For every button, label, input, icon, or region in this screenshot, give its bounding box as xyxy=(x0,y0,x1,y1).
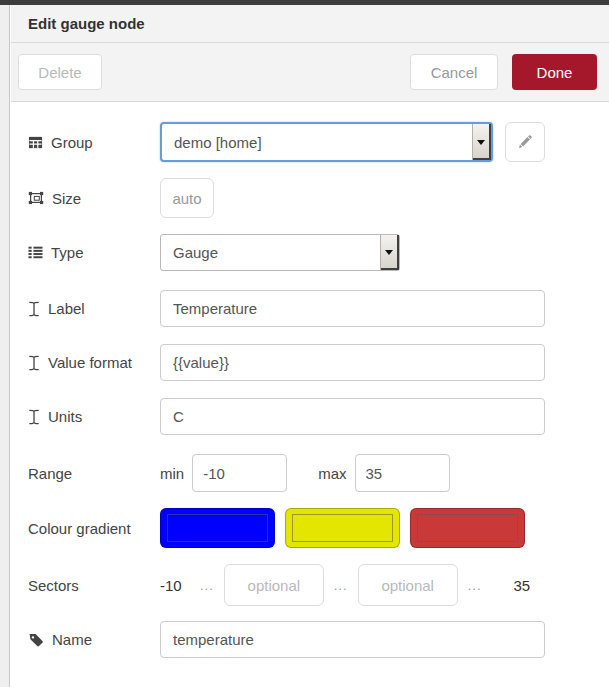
value-format-label-text: Value format xyxy=(48,354,132,371)
sectors-start-value: -10 xyxy=(160,577,190,594)
dialog-title: Edit gauge node xyxy=(28,15,145,32)
edit-gauge-dialog: Edit gauge node Delete Cancel Done Group… xyxy=(11,5,609,687)
label-input[interactable] xyxy=(160,290,545,327)
name-label-text: Name xyxy=(52,631,92,648)
gradient-swatch-high[interactable] xyxy=(410,508,525,548)
type-label-text: Type xyxy=(51,244,84,261)
list-icon xyxy=(28,245,43,260)
workspace-edge xyxy=(0,0,10,687)
group-select-value: demo [home] xyxy=(174,134,262,151)
range-max-input[interactable] xyxy=(355,454,450,492)
toolbar-right-group: Cancel Done xyxy=(410,54,597,90)
sectors-dots: ... xyxy=(334,578,348,593)
type-select-arrow[interactable] xyxy=(380,235,399,270)
units-input[interactable] xyxy=(160,398,545,435)
object-group-icon xyxy=(28,190,44,206)
range-row: Range min max xyxy=(28,454,609,492)
table-icon xyxy=(28,135,43,150)
sectors-dots: ... xyxy=(468,578,482,593)
type-select-value: Gauge xyxy=(173,244,218,261)
size-auto-button[interactable]: auto xyxy=(160,178,214,218)
range-min-input[interactable] xyxy=(192,454,287,492)
done-button[interactable]: Done xyxy=(512,54,597,90)
cancel-button[interactable]: Cancel xyxy=(410,54,498,90)
caret-down-icon xyxy=(385,250,393,255)
gradient-row: Colour gradient xyxy=(28,508,609,548)
group-row: Group demo [home] xyxy=(28,122,609,162)
gradient-swatch-low[interactable] xyxy=(160,508,275,548)
name-label: Name xyxy=(28,631,160,648)
edit-form: Group demo [home] Size auto xyxy=(11,102,609,658)
units-label: Units xyxy=(28,408,160,425)
i-cursor-icon xyxy=(28,355,40,371)
range-label: Range xyxy=(28,465,160,482)
gradient-label: Colour gradient xyxy=(28,520,160,537)
group-label-text: Group xyxy=(51,134,93,151)
label-label-text: Label xyxy=(48,300,85,317)
pencil-icon xyxy=(517,134,533,150)
value-format-label: Value format xyxy=(28,354,160,371)
sectors-dots: ... xyxy=(200,578,214,593)
i-cursor-icon xyxy=(28,409,40,425)
sectors-label: Sectors xyxy=(28,577,160,594)
range-min-label: min xyxy=(160,465,184,482)
screen: Edit gauge node Delete Cancel Done Group… xyxy=(0,0,609,687)
sectors-end-value: 35 xyxy=(514,577,531,594)
units-row: Units xyxy=(28,398,609,435)
group-select[interactable]: demo [home] xyxy=(160,122,493,162)
caret-down-icon xyxy=(477,140,485,145)
editor-header-edge xyxy=(0,0,609,5)
range-max-label: max xyxy=(318,465,346,482)
i-cursor-icon xyxy=(28,301,40,317)
sectors-label-text: Sectors xyxy=(28,577,79,594)
type-label: Type xyxy=(28,244,160,261)
label-label: Label xyxy=(28,300,160,317)
group-label: Group xyxy=(28,134,160,151)
tag-icon xyxy=(28,632,44,648)
sectors-optional-input-2[interactable] xyxy=(358,564,458,606)
name-input[interactable] xyxy=(160,621,545,658)
gradient-swatch-mid[interactable] xyxy=(285,508,400,548)
sectors-row: Sectors -10 ... ... ... 35 xyxy=(28,564,609,606)
type-row: Type Gauge xyxy=(28,234,609,271)
value-format-row: Value format xyxy=(28,344,609,381)
label-row: Label xyxy=(28,290,609,327)
value-format-input[interactable] xyxy=(160,344,545,381)
size-label: Size xyxy=(28,190,160,207)
gradient-label-text: Colour gradient xyxy=(28,520,131,537)
range-label-text: Range xyxy=(28,465,72,482)
edit-group-button[interactable] xyxy=(505,122,545,162)
size-row: Size auto xyxy=(28,178,609,218)
dialog-header: Edit gauge node xyxy=(11,5,609,43)
type-select[interactable]: Gauge xyxy=(160,234,400,271)
dialog-toolbar: Delete Cancel Done xyxy=(11,43,609,102)
delete-button[interactable]: Delete xyxy=(18,54,102,90)
sectors-optional-input-1[interactable] xyxy=(224,564,324,606)
size-label-text: Size xyxy=(52,190,81,207)
group-select-arrow[interactable] xyxy=(472,124,491,160)
name-row: Name xyxy=(28,621,609,658)
units-label-text: Units xyxy=(48,408,82,425)
